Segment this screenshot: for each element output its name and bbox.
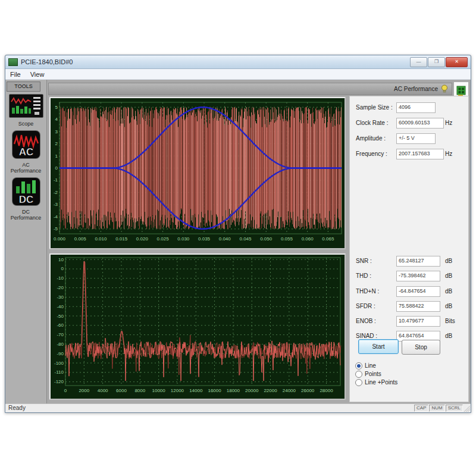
svg-text:0: 0 bbox=[61, 266, 64, 271]
hint-lightbulb-icon[interactable] bbox=[441, 84, 448, 94]
minimize-button[interactable]: — bbox=[410, 57, 427, 67]
start-button[interactable]: Start bbox=[358, 339, 399, 354]
svg-text:26000: 26000 bbox=[301, 388, 315, 393]
statusbar: Ready CAP NUM SCRL bbox=[5, 403, 471, 412]
tool-scope-label: Scope bbox=[7, 121, 45, 127]
clock-rate-unit: Hz bbox=[445, 120, 452, 126]
thdn-label: THD+N : bbox=[356, 288, 379, 295]
radio-points-label: Points bbox=[365, 371, 381, 377]
window-title: PCIE-1840,BID#0 bbox=[21, 58, 73, 65]
svg-text:-110: -110 bbox=[55, 369, 64, 375]
tool-scope[interactable]: Scope bbox=[5, 94, 46, 127]
tools-sidebar: TOOLS bbox=[5, 80, 47, 403]
svg-text:6000: 6000 bbox=[116, 388, 127, 393]
frequency-row: Frequency : 2007.157683 Hz bbox=[350, 149, 468, 159]
svg-text:28000: 28000 bbox=[320, 388, 333, 393]
svg-text:0.025: 0.025 bbox=[157, 236, 170, 242]
radio-line[interactable]: Line bbox=[355, 362, 376, 369]
svg-text:-2: -2 bbox=[54, 190, 58, 195]
svg-text:-90: -90 bbox=[57, 351, 64, 356]
clock-rate-field[interactable]: 60009.60153 bbox=[396, 118, 444, 129]
tools-tab[interactable]: TOOLS bbox=[7, 82, 40, 92]
svg-text:4: 4 bbox=[55, 117, 58, 122]
svg-text:0.015: 0.015 bbox=[115, 236, 128, 242]
svg-text:2000: 2000 bbox=[79, 388, 89, 393]
resize-grip[interactable] bbox=[464, 406, 470, 412]
radio-line-label: Line bbox=[365, 362, 376, 369]
ac-performance-icon: AC bbox=[12, 131, 40, 158]
svg-text:-10: -10 bbox=[57, 275, 64, 281]
radio-points[interactable]: Points bbox=[355, 370, 381, 378]
tool-dc-performance[interactable]: DC DC Performance bbox=[5, 178, 46, 221]
radio-line-points[interactable]: Line +Points bbox=[355, 378, 397, 386]
amplitude-label: Amplitude : bbox=[356, 135, 386, 142]
svg-text:18000: 18000 bbox=[227, 388, 240, 393]
svg-text:12000: 12000 bbox=[171, 388, 184, 393]
menubar: File View bbox=[5, 69, 471, 80]
svg-text:3: 3 bbox=[55, 129, 58, 134]
svg-text:-20: -20 bbox=[57, 285, 64, 290]
scroll-lock-indicator: SCRL bbox=[446, 405, 463, 412]
menu-file[interactable]: File bbox=[5, 70, 26, 79]
amplitude-field[interactable]: +/- 5 V bbox=[396, 133, 436, 144]
svg-text:5: 5 bbox=[55, 105, 58, 110]
fft-chart-panel: 100-10-20-30-40-50-60-70-80-90-100-110-1… bbox=[49, 253, 346, 400]
frequency-label: Frequency : bbox=[356, 151, 387, 157]
fft-spectrum-chart: 100-10-20-30-40-50-60-70-80-90-100-110-1… bbox=[51, 255, 345, 399]
radio-line-points-label: Line +Points bbox=[365, 379, 397, 386]
svg-text:0.045: 0.045 bbox=[239, 236, 252, 242]
svg-text:-80: -80 bbox=[57, 342, 64, 347]
thd-unit: dB bbox=[445, 273, 452, 279]
svg-text:0: 0 bbox=[55, 165, 58, 171]
sample-size-label: Sample Size : bbox=[356, 104, 393, 111]
svg-text:20000: 20000 bbox=[245, 388, 259, 393]
maximize-button[interactable]: ❐ bbox=[428, 57, 445, 67]
svg-text:0.035: 0.035 bbox=[198, 236, 211, 242]
svg-text:0: 0 bbox=[64, 388, 67, 393]
num-lock-indicator: NUM bbox=[429, 405, 444, 412]
app-icon bbox=[8, 58, 18, 66]
radio-points-icon bbox=[355, 371, 362, 378]
svg-text:0.065: 0.065 bbox=[322, 236, 334, 242]
snr-field: 65.248127 bbox=[396, 256, 440, 267]
stop-button[interactable]: Stop bbox=[402, 340, 440, 355]
thd-row: THD : -75.398462 dB bbox=[350, 271, 468, 281]
thdn-unit: dB bbox=[445, 288, 452, 295]
menu-view[interactable]: View bbox=[26, 70, 49, 79]
thdn-field: -64.847654 bbox=[396, 286, 440, 297]
frequency-field[interactable]: 2007.157683 bbox=[396, 149, 444, 159]
sfdr-unit: dB bbox=[445, 303, 452, 309]
titlebar[interactable]: PCIE-1840,BID#0 — ❐ ✕ bbox=[5, 55, 471, 69]
svg-text:-5: -5 bbox=[54, 226, 58, 231]
svg-text:2: 2 bbox=[55, 141, 58, 146]
radio-line-points-icon bbox=[355, 379, 362, 386]
sample-size-row: Sample Size : 4096 bbox=[350, 102, 468, 113]
tool-ac-performance[interactable]: AC AC Performance bbox=[5, 131, 46, 174]
svg-text:8000: 8000 bbox=[134, 388, 145, 393]
sfdr-field: 75.588422 bbox=[396, 301, 440, 312]
close-button[interactable]: ✕ bbox=[446, 57, 468, 67]
snr-label: SNR : bbox=[356, 258, 372, 264]
svg-text:AC: AC bbox=[18, 146, 33, 158]
dc-performance-icon: DC bbox=[12, 178, 40, 205]
thdn-row: THD+N : -64.847654 dB bbox=[350, 286, 468, 297]
scope-icon bbox=[9, 94, 43, 118]
sample-size-field[interactable]: 4096 bbox=[396, 102, 436, 113]
svg-text:DC: DC bbox=[18, 194, 33, 205]
enob-label: ENOB : bbox=[356, 318, 376, 324]
enob-row: ENOB : 10.479677 Bits bbox=[350, 316, 468, 327]
svg-text:0.050: 0.050 bbox=[260, 236, 273, 242]
content-area: TOOLS bbox=[5, 80, 471, 403]
svg-text:-3: -3 bbox=[54, 202, 58, 207]
svg-text:-70: -70 bbox=[57, 332, 64, 337]
tool-ac-performance-label: AC Performance bbox=[7, 162, 45, 174]
sinad-label: SINAD : bbox=[356, 333, 377, 339]
svg-text:22000: 22000 bbox=[264, 388, 277, 393]
caps-lock-indicator: CAP bbox=[414, 405, 428, 412]
svg-text:16000: 16000 bbox=[208, 388, 221, 393]
svg-text:0.040: 0.040 bbox=[219, 236, 231, 242]
svg-text:0.000: 0.000 bbox=[54, 236, 66, 242]
enob-field: 10.479677 bbox=[396, 316, 440, 327]
snr-row: SNR : 65.248127 dB bbox=[350, 256, 468, 267]
snr-unit: dB bbox=[445, 258, 452, 264]
